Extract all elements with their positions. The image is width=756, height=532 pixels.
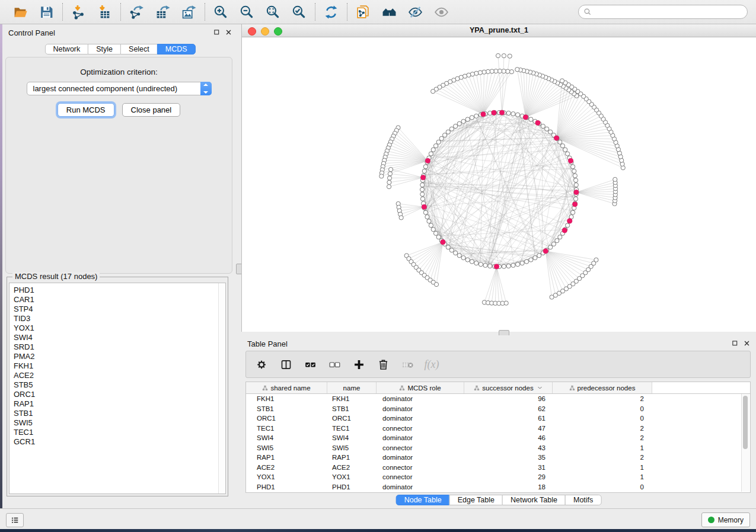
- apply-layout-button[interactable]: [323, 4, 339, 20]
- import-network-button[interactable]: [71, 4, 87, 20]
- add-row-button[interactable]: [352, 357, 366, 371]
- column-header-shared-name[interactable]: shared name: [246, 382, 327, 393]
- mcds-result-item[interactable]: SWI4: [9, 333, 225, 342]
- function-builder-button[interactable]: f(x): [425, 357, 439, 371]
- clone-network-button[interactable]: [355, 4, 371, 20]
- mcds-result-item[interactable]: SWI5: [9, 418, 225, 428]
- float-panel-icon[interactable]: [213, 29, 220, 36]
- table-toolbar: f(x): [245, 351, 751, 378]
- table-row[interactable]: PHD1PHD1dominator180: [246, 482, 750, 492]
- mcds-result-item[interactable]: TEC1: [9, 428, 225, 437]
- table-row[interactable]: RAP1RAP1dominator352: [246, 453, 750, 463]
- search-input[interactable]: [595, 7, 742, 17]
- zoom-in-button[interactable]: [213, 4, 229, 20]
- tab-mcds[interactable]: MCDS: [157, 44, 196, 55]
- table-row[interactable]: YOX1YOX1connector291: [246, 472, 750, 482]
- tab-motifs[interactable]: Motifs: [565, 495, 601, 505]
- table-row[interactable]: FKH1FKH1dominator962: [246, 394, 750, 404]
- zoom-selected-button[interactable]: [291, 4, 307, 20]
- table-row[interactable]: SWI5SWI5connector431: [246, 443, 750, 453]
- close-panel-button[interactable]: Close panel: [122, 103, 181, 117]
- mcds-result-item[interactable]: TID3: [9, 314, 225, 323]
- table-cell: connector: [377, 464, 464, 471]
- tab-style[interactable]: Style: [88, 44, 121, 55]
- attribute-icon: [399, 385, 405, 391]
- import-table-button[interactable]: [97, 4, 113, 20]
- settings-gear-button[interactable]: [254, 357, 269, 371]
- zoom-fit-button[interactable]: [265, 4, 281, 20]
- first-neighbors-button[interactable]: [381, 4, 397, 20]
- tab-node-table[interactable]: Node Table: [396, 495, 450, 505]
- clone-network-icon: [356, 5, 371, 20]
- network-window-titlebar: YPA_prune.txt_1: [242, 24, 756, 37]
- mcds-result-item[interactable]: ACE2: [9, 371, 225, 380]
- table-row[interactable]: ORC1ORC1dominator610: [246, 414, 750, 424]
- node-table: shared namenameMCDS rolesuccessor nodesp…: [245, 382, 751, 493]
- tab-select[interactable]: Select: [120, 44, 158, 55]
- export-network-button[interactable]: [129, 4, 145, 20]
- tab-network-table[interactable]: Network Table: [502, 495, 566, 505]
- column-header-predecessor-nodes[interactable]: predecessor nodes: [553, 382, 652, 393]
- mcds-result-item[interactable]: STB5: [9, 380, 225, 390]
- zoom-out-button[interactable]: [239, 4, 255, 20]
- table-cell: 43: [464, 444, 553, 451]
- memory-button[interactable]: Memory: [701, 512, 750, 527]
- column-header-MCDS-role[interactable]: MCDS role: [377, 382, 464, 393]
- task-history-button[interactable]: [6, 513, 24, 527]
- mcds-result-item[interactable]: FKH1: [9, 361, 225, 371]
- search-box[interactable]: [578, 5, 748, 19]
- table-cell: FKH1: [327, 395, 377, 402]
- network-canvas[interactable]: [242, 37, 756, 332]
- open-session-button[interactable]: [12, 4, 28, 20]
- dropdown-stepper-icon[interactable]: [200, 82, 212, 95]
- export-table-button[interactable]: [155, 4, 171, 20]
- mcds-result-item[interactable]: SRD1: [9, 342, 225, 352]
- mcds-result-list[interactable]: PHD1CAR1STP4TID3YOX1SWI4SRD1PMA2FKH1ACE2…: [9, 283, 226, 494]
- column-header-label: shared name: [270, 384, 310, 392]
- delete-row-button[interactable]: [376, 357, 390, 371]
- zoom-selected-icon: [292, 5, 307, 20]
- save-session-button[interactable]: [39, 4, 55, 20]
- deselect-all-icon: [328, 358, 341, 371]
- table-row[interactable]: TEC1TEC1connector472: [246, 424, 750, 434]
- mcds-list-scrollbar[interactable]: [218, 283, 225, 493]
- table-scrollbar-thumb[interactable]: [743, 396, 748, 449]
- deselect-all-button[interactable]: [327, 357, 342, 371]
- table-cell: 1: [553, 464, 652, 471]
- mcds-result-item[interactable]: CAR1: [9, 295, 225, 305]
- table-cell: 2: [553, 395, 652, 402]
- mcds-result-item[interactable]: STB1: [9, 409, 225, 418]
- delete-table-button[interactable]: [400, 357, 414, 371]
- columns-button[interactable]: [279, 357, 293, 371]
- table-row[interactable]: ACE2ACE2connector311: [246, 463, 750, 473]
- column-header-name[interactable]: name: [327, 382, 377, 393]
- table-cell: SWI4: [327, 434, 377, 441]
- mcds-result-item[interactable]: YOX1: [9, 323, 225, 333]
- table-row[interactable]: STB1STB1dominator620: [246, 404, 750, 414]
- mcds-result-item[interactable]: PHD1: [9, 286, 225, 295]
- tab-edge-table[interactable]: Edge Table: [449, 495, 503, 505]
- column-header-successor-nodes[interactable]: successor nodes: [464, 382, 553, 393]
- cytoscape-app-window: Control Panel NetworkStyleSelectMCDS Opt…: [0, 0, 756, 529]
- run-mcds-button[interactable]: Run MCDS: [58, 103, 114, 117]
- close-panel-icon[interactable]: [744, 340, 750, 347]
- float-panel-icon[interactable]: [732, 340, 738, 347]
- control-panel-tabs: NetworkStyleSelectMCDS: [44, 44, 195, 55]
- show-all-button[interactable]: [433, 4, 449, 20]
- mcds-result-item[interactable]: RAP1: [9, 399, 225, 409]
- table-row[interactable]: SWI4SWI4dominator462: [246, 433, 750, 443]
- mcds-result-item[interactable]: GCR1: [9, 437, 225, 447]
- export-image-button[interactable]: [181, 4, 197, 20]
- mcds-result-item[interactable]: ORC1: [9, 390, 225, 399]
- close-panel-icon[interactable]: [225, 29, 232, 36]
- mcds-result-item[interactable]: STP4: [9, 305, 225, 314]
- hide-selected-button[interactable]: [407, 4, 423, 20]
- tab-network[interactable]: Network: [44, 44, 88, 55]
- attribute-icon: [262, 385, 268, 391]
- table-cell: 96: [464, 395, 553, 402]
- network-graph[interactable]: [242, 37, 756, 332]
- mcds-result-item[interactable]: PMA2: [9, 352, 225, 361]
- select-all-button[interactable]: [303, 357, 317, 371]
- table-scrollbar[interactable]: [741, 394, 749, 492]
- criterion-dropdown[interactable]: largest connected component (undirected): [27, 82, 212, 95]
